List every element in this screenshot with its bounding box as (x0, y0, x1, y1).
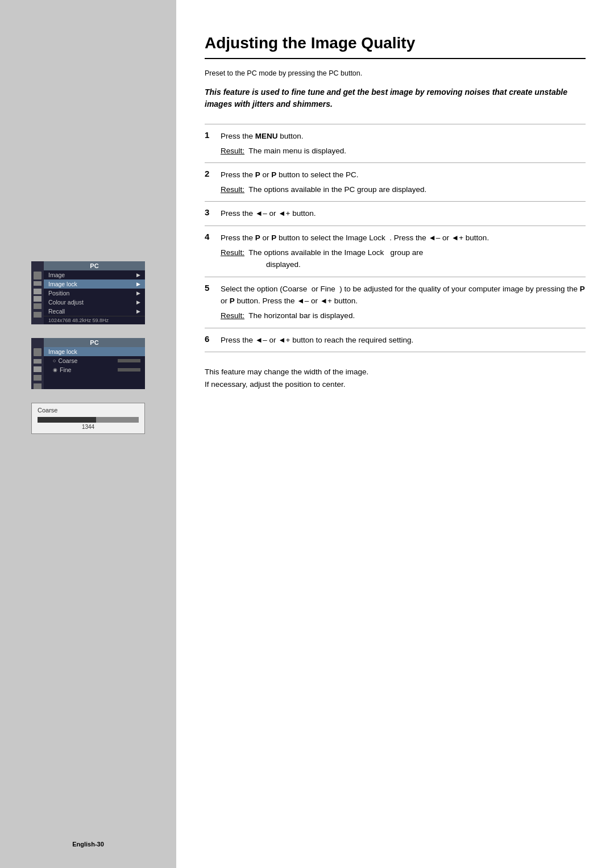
step-row-6: 6 Press the ◄– or ◄+ button to reach the… (205, 328, 586, 352)
menu-box-2: PC Image lock ○ Coarse ◉ Fine (31, 338, 145, 389)
step-row-1: 1 Press the MENU button. Result: The mai… (205, 124, 586, 163)
icon-2-4 (34, 375, 42, 381)
left-sidebar: PC Image ▶ Image lock ▶ Position ▶ Colo (0, 0, 176, 868)
progress-fill (38, 417, 96, 423)
step-content-5: Select the option (Coarse or Fine ) to b… (221, 277, 586, 328)
menu-item-image: Image ▶ (44, 270, 145, 279)
icon-2-2 (34, 359, 42, 364)
step5-result: Result: The horizontal bar is displayed. (221, 310, 586, 322)
footer-note: This feature may change the width of the… (205, 366, 586, 390)
step-num-6: 6 (205, 328, 221, 352)
step4-result: Result: The options available in the Ima… (221, 247, 586, 271)
step2-result: Result: The options available in the PC … (221, 183, 586, 196)
step-num-1: 1 (205, 124, 221, 163)
step-num-2: 2 (205, 163, 221, 202)
progress-bar (38, 417, 139, 423)
progress-value: 1344 (38, 424, 139, 430)
icon-5 (34, 303, 42, 309)
icon-6 (34, 312, 42, 318)
menu-item-imagelock: Image lock ▶ (44, 279, 145, 289)
icon-2-3 (34, 366, 42, 372)
icon-1 (34, 272, 42, 279)
footer-note-line1: This feature may change the width of the… (205, 366, 586, 378)
page-wrapper: PC Image ▶ Image lock ▶ Position ▶ Colo (0, 0, 614, 868)
step-row-3: 3 Press the ◄– or ◄+ button. (205, 202, 586, 226)
menu-title-1: PC (44, 261, 145, 270)
menu-content-2: PC Image lock ○ Coarse ◉ Fine (44, 338, 145, 389)
step-content-4: Press the P or P button to select the Im… (221, 226, 586, 277)
page-number: English-30 (72, 841, 104, 848)
coarse-label: Coarse (38, 407, 139, 414)
intro-paragraph: This feature is used to fine tune and ge… (205, 86, 586, 110)
right-content: Adjusting the Image Quality Preset to th… (176, 0, 614, 868)
step-num-4: 4 (205, 226, 221, 277)
step1-result: Result: The main menu is displayed. (221, 145, 586, 157)
menu-title-2: PC (44, 338, 145, 347)
menu2-item-imagelock: Image lock (44, 347, 145, 356)
steps-table: 1 Press the MENU button. Result: The mai… (205, 124, 586, 352)
icon-4 (34, 296, 42, 302)
menu2-item-coarse: ○ Coarse (44, 356, 145, 365)
step-row-4: 4 Press the P or P button to select the … (205, 226, 586, 277)
menu-content-1: PC Image ▶ Image lock ▶ Position ▶ Colo (44, 261, 145, 324)
menu2-item-fine: ◉ Fine (44, 365, 145, 374)
footer-note-line2: If necessary, adjust the position to cen… (205, 378, 586, 391)
menu-bold: MENU (255, 132, 278, 140)
menu-footer-1: 1024x768 48.2kHz 59.8Hz (44, 316, 145, 324)
icon-2-5 (34, 383, 42, 389)
preset-note: Preset to the PC mode by pressing the PC… (205, 69, 586, 77)
step4-result-cont: displayed. (221, 258, 586, 271)
step-num-3: 3 (205, 202, 221, 226)
icons-strip-2 (31, 338, 44, 389)
menu-item-position: Position ▶ (44, 289, 145, 298)
icon-2-1 (34, 348, 42, 356)
icons-strip-1 (31, 261, 44, 324)
step-content-3: Press the ◄– or ◄+ button. (221, 202, 586, 226)
step-content-1: Press the MENU button. Result: The main … (221, 124, 586, 163)
menu-item-colour: Colour adjust ▶ (44, 298, 145, 307)
coarse-progress-box: Coarse 1344 (31, 403, 145, 434)
menu-item-recall: Recall ▶ (44, 307, 145, 316)
step-row-2: 2 Press the P or P button to select the … (205, 163, 586, 202)
page-title: Adjusting the Image Quality (205, 34, 586, 59)
step-content-6: Press the ◄– or ◄+ button to reach the r… (221, 328, 586, 352)
step-content-2: Press the P or P button to select the PC… (221, 163, 586, 202)
icon-3 (34, 289, 42, 294)
step-row-5: 5 Select the option (Coarse or Fine ) to… (205, 277, 586, 328)
step-num-5: 5 (205, 277, 221, 328)
icon-2 (34, 281, 42, 286)
menu-box-1: PC Image ▶ Image lock ▶ Position ▶ Colo (31, 261, 145, 324)
